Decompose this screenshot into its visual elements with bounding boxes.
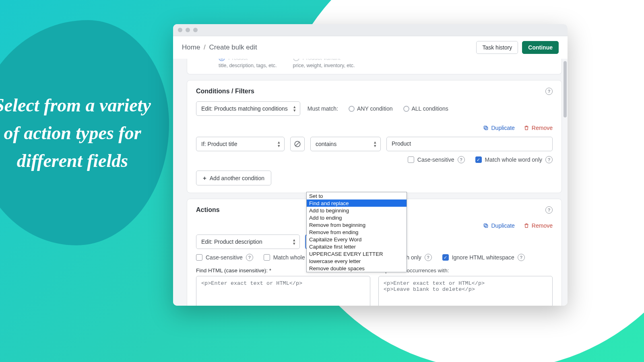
caret-icon (293, 238, 295, 246)
find-textarea[interactable]: <p>Enter exact text or HTML</p> (196, 276, 370, 306)
dropdown-option[interactable]: Remove from ending (307, 228, 407, 236)
caret-icon (278, 140, 280, 148)
radio-variant-label: Product variant (303, 59, 341, 61)
dropdown-option[interactable]: lowercase every letter (307, 257, 407, 265)
page-header: Home / Create bulk edit Task history Con… (173, 36, 568, 59)
duplicate-action-button[interactable]: Duplicate (483, 222, 514, 229)
action-type-dropdown[interactable]: Set toFind and replaceAdd to beginningAd… (306, 192, 407, 272)
remove-condition-button[interactable]: Remove (524, 125, 553, 131)
must-match-label: Must match: (308, 105, 338, 112)
radio-icon (349, 106, 355, 112)
condition-field-select[interactable]: If: Product title (196, 137, 285, 151)
checkbox-icon (408, 156, 414, 163)
dropdown-option[interactable]: Set to (307, 192, 407, 200)
radio-any-label: ANY condition (357, 105, 392, 112)
dropdown-option[interactable]: Add to beginning (307, 207, 407, 214)
dropdown-option[interactable]: UPPERCASE EVERY LETTER (307, 250, 407, 257)
checkbox-case-sensitive[interactable]: Case-sensitive ? (196, 254, 253, 261)
traffic-dot (193, 28, 198, 32)
checkbox-label: Case-sensitive (206, 254, 243, 261)
help-icon[interactable]: ? (246, 254, 253, 261)
radio-icon (219, 59, 225, 61)
dropdown-option[interactable]: Capitalize first letter (307, 243, 407, 250)
checkbox-icon (264, 254, 270, 261)
dropdown-option[interactable]: Add to ending (307, 214, 407, 221)
radio-variant-sub: price, weight, inventory, etc. (293, 63, 355, 68)
svg-rect-1 (484, 126, 487, 129)
radio-all[interactable]: ALL conditions (403, 105, 448, 112)
radio-icon (293, 59, 299, 61)
traffic-dot (178, 28, 182, 32)
condition-value-text: Product (392, 140, 411, 147)
radio-product[interactable]: Product (219, 59, 277, 61)
checkbox-label: Ignore HTML whitespace (452, 254, 514, 261)
condition-operator-select[interactable]: contains (310, 137, 381, 151)
plus-icon: + (203, 175, 206, 181)
help-icon[interactable]: ? (545, 156, 553, 163)
breadcrumb-separator: / (204, 43, 206, 51)
headline-blob: Select from a variety of action types fo… (0, 20, 169, 245)
svg-rect-5 (484, 224, 487, 226)
edit-type-card: Product title, description, tags, etc. P… (187, 59, 562, 74)
edit-scope-value: Edit: Products matching conditions (201, 105, 288, 112)
condition-value-input[interactable]: Product (386, 137, 553, 151)
condition-operator-value: contains (316, 141, 336, 147)
add-condition-label: Add another condition (210, 175, 264, 181)
conditions-title: Conditions / Filters (196, 88, 254, 95)
dropdown-option[interactable]: Remove double spaces (307, 265, 407, 272)
traffic-dot (186, 28, 190, 32)
radio-icon (403, 106, 409, 112)
condition-field-value: If: Product title (201, 141, 237, 147)
conditions-card: Conditions / Filters ? Edit: Products ma… (187, 80, 562, 193)
breadcrumb-page: Create bulk edit (209, 43, 257, 51)
checkbox-icon: ✓ (442, 254, 449, 261)
caret-icon (293, 105, 296, 113)
app-window: Home / Create bulk edit Task history Con… (173, 24, 568, 306)
duplicate-label: Duplicate (491, 222, 514, 229)
svg-line-3 (295, 142, 300, 146)
scrollbar[interactable] (564, 61, 567, 117)
help-icon[interactable]: ? (425, 254, 432, 261)
continue-button[interactable]: Continue (522, 41, 559, 54)
action-field-value: Edit: Product description (201, 239, 262, 245)
scroll-area[interactable]: Product title, description, tags, etc. P… (173, 59, 568, 306)
help-icon[interactable]: ? (458, 156, 465, 163)
svg-rect-0 (485, 127, 488, 130)
radio-any[interactable]: ANY condition (349, 105, 392, 112)
edit-scope-select[interactable]: Edit: Products matching conditions (196, 101, 300, 116)
checkbox-case-sensitive[interactable]: Case-sensitive ? (408, 156, 465, 163)
radio-product-sub: title, description, tags, etc. (219, 63, 277, 68)
duplicate-condition-button[interactable]: Duplicate (483, 125, 514, 131)
actions-card: Actions ? Duplicate Remove Edit: Pr (187, 199, 562, 306)
marketing-headline: Select from a variety of action types fo… (0, 91, 157, 175)
checkbox-label: Case-sensitive (417, 156, 454, 163)
checkbox-icon (196, 254, 202, 261)
not-toggle[interactable] (290, 137, 305, 151)
replace-textarea[interactable]: <p>Enter exact text or HTML</p> <p>Leave… (378, 276, 553, 306)
not-icon (294, 140, 301, 148)
checkbox-ignore-html-ws[interactable]: ✓ Ignore HTML whitespace ? (442, 254, 525, 261)
help-icon[interactable]: ? (545, 88, 553, 95)
dropdown-option[interactable]: Remove from beginning (307, 221, 407, 228)
help-icon[interactable]: ? (518, 254, 525, 261)
app-body: Product title, description, tags, etc. P… (173, 59, 568, 306)
checkbox-label: Match whole word only (485, 156, 542, 163)
trash-icon (524, 223, 529, 228)
remove-label: Remove (532, 222, 553, 229)
dropdown-option[interactable]: Capitalize Every Word (307, 236, 407, 243)
action-field-select[interactable]: Edit: Product description (196, 234, 300, 249)
svg-rect-4 (485, 225, 488, 228)
add-condition-button[interactable]: + Add another condition (196, 171, 271, 185)
window-titlebar (173, 24, 568, 36)
task-history-button[interactable]: Task history (476, 41, 518, 54)
radio-all-label: ALL conditions (412, 105, 448, 112)
help-icon[interactable]: ? (545, 206, 553, 214)
dropdown-option[interactable]: Find and replace (307, 200, 407, 207)
checkbox-whole-word[interactable]: ✓ Match whole word only ? (475, 156, 553, 163)
duplicate-label: Duplicate (491, 125, 514, 131)
radio-product-label: Product (228, 59, 248, 61)
radio-variant[interactable]: Product variant (293, 59, 355, 61)
remove-action-button[interactable]: Remove (524, 222, 553, 229)
duplicate-icon (483, 125, 489, 131)
breadcrumb-home[interactable]: Home (182, 43, 200, 51)
